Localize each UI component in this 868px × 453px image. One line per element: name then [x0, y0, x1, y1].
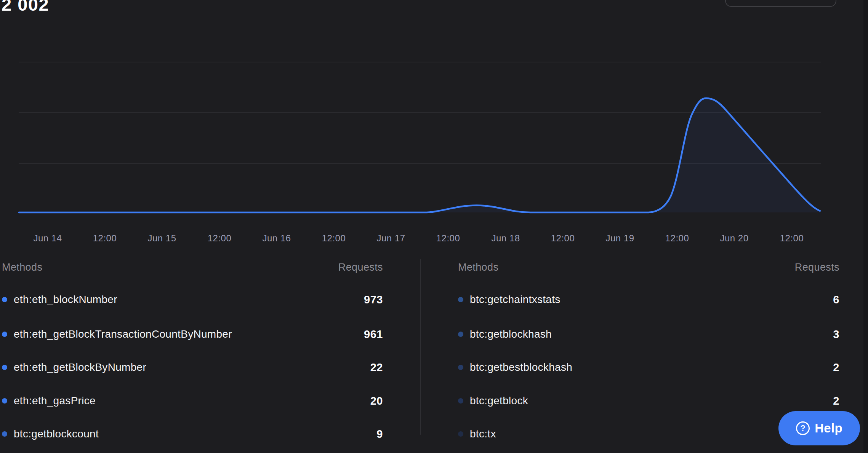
- x-tick-label: Jun 19: [605, 233, 634, 244]
- tables-divider: [420, 259, 421, 435]
- method-name: btc:getbestblockhash: [470, 361, 572, 373]
- request-count: 961: [364, 328, 383, 341]
- request-count: 20: [370, 395, 383, 407]
- request-count: 9: [376, 428, 383, 440]
- table-row: eth:eth_gasPrice 20: [2, 393, 383, 409]
- request-count: 2: [833, 395, 839, 407]
- method-name: btc:getblockhash: [470, 328, 552, 340]
- request-count: 6: [833, 293, 839, 306]
- question-mark-circle-icon: ?: [796, 421, 810, 435]
- methods-column-header: Methods: [458, 262, 498, 273]
- method-dot-icon: [2, 332, 7, 337]
- right-edge-strip: [863, 0, 868, 453]
- table-row: eth:eth_blockNumber 973: [2, 292, 383, 308]
- table-row: btc:getblockcount 9: [2, 426, 383, 442]
- x-tick-label: 12:00: [436, 233, 460, 244]
- method-dot-icon: [2, 431, 7, 437]
- table-row: btc:getblockhash 3: [458, 326, 839, 342]
- method-dot-icon: [458, 398, 463, 404]
- method-dot-icon: [458, 431, 463, 437]
- requests-column-header: Requests: [795, 262, 839, 273]
- x-tick-label: 12:00: [780, 233, 804, 244]
- requests-column-header: Requests: [338, 262, 383, 273]
- method-name: eth:eth_getBlockByNumber: [14, 361, 146, 373]
- help-button[interactable]: ? Help: [778, 411, 860, 445]
- method-dot-icon: [2, 297, 7, 302]
- x-tick-label: 12:00: [551, 233, 575, 244]
- table-row: btc:getchaintxstats 6: [458, 292, 839, 308]
- table-row: btc:getblock 2: [458, 393, 839, 409]
- table-row: btc:getbestblockhash 2: [458, 359, 839, 375]
- method-name: btc:getblockcount: [14, 428, 99, 440]
- x-tick-label: 12:00: [93, 233, 117, 244]
- method-dot-icon: [458, 332, 463, 337]
- chart-area-fill: [19, 98, 820, 212]
- x-tick-label: Jun 15: [147, 233, 176, 244]
- methods-column-header: Methods: [2, 262, 42, 273]
- method-name: eth:eth_gasPrice: [14, 395, 96, 407]
- method-dot-icon: [458, 297, 463, 302]
- x-tick-label: 12:00: [208, 233, 232, 244]
- request-count: 22: [370, 361, 383, 374]
- x-tick-label: Jun 14: [33, 233, 62, 244]
- table-header-row: Methods Requests: [2, 260, 383, 274]
- method-name: eth:eth_blockNumber: [14, 293, 117, 306]
- x-tick-label: Jun 16: [262, 233, 291, 244]
- methods-table-left: Methods Requests eth:eth_blockNumber 973…: [2, 260, 383, 443]
- table-row: eth:eth_getBlockTransactionCountByNumber…: [2, 326, 383, 342]
- method-dot-icon: [2, 398, 7, 404]
- method-dot-icon: [458, 365, 463, 370]
- request-count: 973: [364, 293, 383, 306]
- chart-x-axis: Jun 14 12:00 Jun 15 12:00 Jun 16 12:00 J…: [0, 233, 868, 245]
- table-header-row: Methods Requests: [458, 260, 839, 274]
- request-count: 3: [833, 328, 839, 341]
- x-tick-label: 12:00: [665, 233, 689, 244]
- method-name: eth:eth_getBlockTransactionCountByNumber: [14, 328, 232, 340]
- methods-table-right: Methods Requests btc:getchaintxstats 6 b…: [458, 260, 839, 443]
- help-button-label: Help: [815, 421, 842, 435]
- x-tick-label: 12:00: [322, 233, 346, 244]
- x-tick-label: Jun 18: [491, 233, 520, 244]
- x-tick-label: Jun 17: [376, 233, 405, 244]
- method-name: btc:tx: [470, 428, 496, 440]
- request-count: 2: [833, 361, 839, 374]
- table-row: eth:eth_getBlockByNumber 22: [2, 359, 383, 375]
- method-name: btc:getblock: [470, 395, 528, 407]
- method-name: btc:getchaintxstats: [470, 293, 561, 306]
- method-dot-icon: [2, 365, 7, 370]
- x-tick-label: Jun 20: [720, 233, 748, 244]
- requests-line-chart[interactable]: [0, 0, 868, 251]
